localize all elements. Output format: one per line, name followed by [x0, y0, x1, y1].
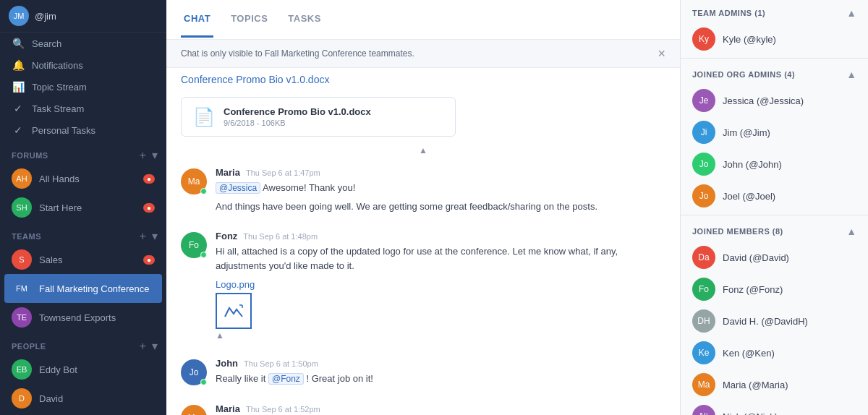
person-avatar-david: D	[12, 388, 32, 408]
avatar-john: Jo	[181, 359, 207, 385]
avatar-maria-panel: Ma	[692, 373, 715, 396]
person-item-david[interactable]: D David	[0, 384, 166, 413]
add-team-button[interactable]: +	[140, 231, 146, 242]
logo-link[interactable]: Logo.png	[216, 279, 255, 290]
member-davidh: DH David H. (@DavidH)	[681, 305, 868, 337]
sidebar-item-search[interactable]: 🔍 Search	[0, 33, 166, 54]
sidebar-item-topic-stream[interactable]: 📊 Topic Stream	[0, 76, 166, 98]
avatar-jim: Ji	[692, 121, 715, 144]
collapse-people-button[interactable]: ▾	[152, 341, 158, 352]
avatar-kyle: Ky	[692, 27, 715, 51]
member-ken: Ke Ken (@Ken)	[681, 337, 868, 369]
forum-avatar-start-here: SH	[12, 197, 32, 218]
message-content-john: John Thu Sep 6 at 1:50pm Really like it …	[216, 358, 665, 386]
sidebar-item-task-stream[interactable]: ✓ Task Stream	[0, 98, 166, 119]
member-name-david: David (@David)	[723, 252, 789, 263]
online-indicator	[200, 188, 207, 194]
message-maria-1: Ma Maria Thu Sep 6 at 1:47pm @Jessica Aw…	[166, 158, 680, 222]
avatar-davidh: DH	[692, 309, 715, 333]
tab-tasks[interactable]: TASKS	[285, 1, 324, 38]
member-john: Jo John (@John)	[681, 148, 868, 180]
team-avatar-fall-marketing: FM	[12, 278, 32, 299]
member-david: Da David (@David)	[681, 241, 868, 273]
bell-icon: 🔔	[12, 59, 25, 71]
close-banner-button[interactable]: ×	[658, 47, 665, 60]
message-header-john: John Thu Sep 6 at 1:50pm	[216, 358, 665, 369]
collapse-teams-button[interactable]: ▾	[152, 231, 158, 242]
sidebar: JM @jim 🔍 Search 🔔 Notifications 📊 Topic…	[0, 0, 166, 415]
mention-fonz-john[interactable]: @Fonz	[268, 373, 304, 385]
message-header-fonz: Fonz Thu Sep 6 at 1:48pm	[216, 231, 665, 241]
task-icon: ✓	[12, 124, 25, 136]
avatar-nick: Ni	[692, 405, 715, 415]
team-item-fall-marketing[interactable]: FM Fall Marketing Conference	[4, 274, 162, 303]
members-toggle[interactable]: ▲	[846, 226, 856, 237]
member-joel: Jo Joel (@Joel)	[681, 180, 868, 212]
add-person-button[interactable]: +	[140, 341, 146, 352]
user-avatar: JM	[9, 6, 29, 26]
forums-actions: + ▾	[140, 150, 158, 161]
org-admins-toggle[interactable]: ▲	[846, 69, 856, 80]
info-banner: Chat is only visible to Fall Marketing C…	[166, 40, 680, 68]
team-admins-title: TEAM ADMINS (1)	[692, 9, 765, 17]
forum-item-start-here[interactable]: SH Start Here ●	[0, 193, 166, 222]
chat-header: CHAT TOPICS TASKS	[166, 0, 680, 40]
author-john: John	[216, 358, 238, 369]
message-content-maria-1: Maria Thu Sep 6 at 1:47pm @Jessica Aweso…	[216, 167, 665, 213]
sidebar-item-personal-tasks[interactable]: ✓ Personal Tasks	[0, 119, 166, 141]
message-fonz: Fo Fonz Thu Sep 6 at 1:48pm Hi all, atta…	[166, 222, 680, 349]
logo-preview	[216, 293, 252, 329]
tab-topics[interactable]: TOPICS	[228, 1, 271, 38]
members-header: JOINED MEMBERS (8) ▲	[681, 218, 868, 241]
divider-1	[681, 58, 868, 59]
file-meta: 9/6/2018 - 106KB	[224, 119, 371, 127]
main-chat: CHAT TOPICS TASKS Chat is only visible t…	[166, 0, 680, 415]
org-admins-header: JOINED ORG ADMINS (4) ▲	[681, 61, 868, 85]
online-indicator-fonz	[200, 252, 207, 258]
avatar-maria-1: Ma	[181, 168, 207, 194]
collapse-forums-button[interactable]: ▾	[152, 150, 158, 161]
avatar-fonz-panel: Fo	[692, 278, 715, 301]
team-item-townsend[interactable]: TE Townsend Exports	[0, 303, 166, 332]
sidebar-item-notifications[interactable]: 🔔 Notifications	[0, 54, 166, 76]
add-forum-button[interactable]: +	[140, 150, 146, 161]
author-fonz: Fonz	[216, 231, 237, 241]
collapse-logo-arrow[interactable]: ▲	[216, 330, 665, 341]
people-header: PEOPLE + ▾	[0, 336, 166, 355]
avatar-jessica: Je	[692, 89, 715, 112]
people-actions: + ▾	[140, 341, 158, 352]
current-user: JM @jim	[0, 0, 166, 33]
org-admins-title: JOINED ORG ADMINS (4)	[692, 70, 795, 79]
message-text-john: Really like it @Fonz ! Great job on it!	[216, 372, 665, 386]
file-attachment-promo: 📄 Conference Promo Bio v1.0.docx 9/6/201…	[181, 97, 456, 137]
mention-jessica[interactable]: @Jessica	[216, 182, 260, 194]
member-name-john: John (@John)	[723, 159, 782, 170]
divider-2	[681, 215, 868, 215]
member-jim: Ji Jim (@Jim)	[681, 116, 868, 148]
message-header-maria-2: Maria Thu Sep 6 at 1:52pm	[216, 403, 665, 414]
member-name-jessica: Jessica (@Jessica)	[723, 95, 804, 106]
collapse-file-button[interactable]: ▲	[166, 142, 680, 158]
member-jessica: Je Jessica (@Jessica)	[681, 85, 868, 116]
tab-chat[interactable]: CHAT	[181, 1, 213, 38]
message-text-fonz: Hi all, attached is a copy of the update…	[216, 244, 665, 273]
file-link[interactable]: Conference Promo Bio v1.0.docx	[181, 74, 329, 85]
member-nick: Ni Nick (@Nick)	[681, 401, 868, 415]
team-admins-toggle[interactable]: ▲	[846, 7, 856, 19]
avatar-maria-2: Ma	[181, 405, 207, 416]
right-panel: TEAM ADMINS (1) ▲ Ky Kyle (@kyle) JOINED…	[680, 0, 868, 415]
member-name-kyle: Kyle (@kyle)	[723, 34, 776, 45]
person-item-eddy[interactable]: EB Eddy Bot	[0, 355, 166, 384]
avatar-ken: Ke	[692, 341, 715, 364]
info-text: Chat is only visible to Fall Marketing C…	[181, 48, 414, 59]
forums-header: FORUMS + ▾	[0, 145, 166, 164]
teams-actions: + ▾	[140, 231, 158, 242]
avatar-david-panel: Da	[692, 246, 715, 269]
avatar-joel: Jo	[692, 184, 715, 208]
collapse-logo-button[interactable]: ▲	[216, 293, 665, 341]
logo-attachment: Logo.png ▲	[216, 278, 665, 341]
forum-item-all-hands[interactable]: AH All Hands ●	[0, 164, 166, 193]
team-item-sales[interactable]: S Sales ●	[0, 245, 166, 274]
teams-section: TEAMS + ▾ S Sales ● FM Fall Marketing Co…	[0, 226, 166, 332]
message-text-maria-1: @Jessica Awesome! Thank you!	[216, 181, 665, 195]
